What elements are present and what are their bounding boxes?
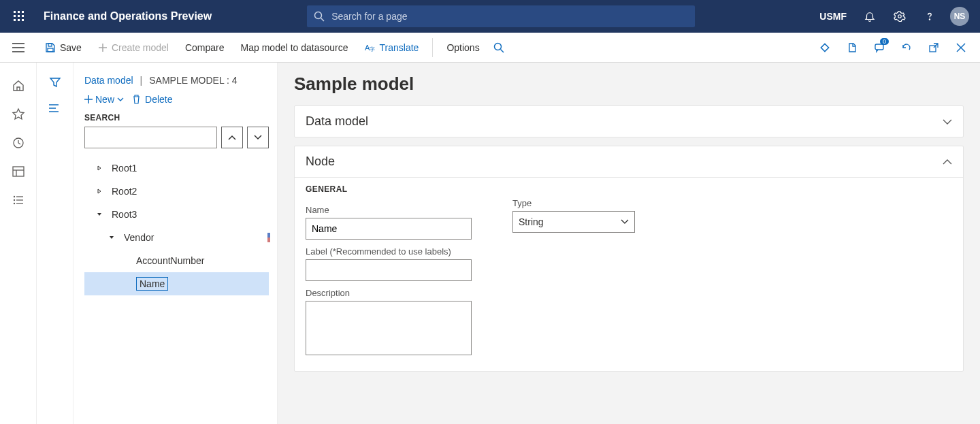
attachments-button[interactable] bbox=[841, 37, 863, 59]
delete-button[interactable]: Delete bbox=[132, 94, 172, 105]
legal-entity[interactable]: USMF bbox=[819, 11, 847, 22]
tree-node[interactable]: Root3 bbox=[84, 203, 269, 226]
svg-text:字: 字 bbox=[370, 46, 375, 52]
new-button[interactable]: New bbox=[84, 94, 124, 105]
compare-button[interactable]: Compare bbox=[177, 33, 233, 62]
chevron-up-icon bbox=[943, 159, 952, 165]
tree-node[interactable]: Root2 bbox=[84, 180, 269, 203]
options-label: Options bbox=[446, 42, 479, 53]
help-icon[interactable] bbox=[916, 3, 943, 30]
breadcrumb-root[interactable]: Data model bbox=[84, 75, 133, 86]
page-title: Sample model bbox=[294, 74, 964, 95]
svg-rect-1 bbox=[18, 11, 20, 13]
save-icon bbox=[45, 42, 56, 53]
chevron-up-icon bbox=[228, 135, 236, 140]
list-toggle-icon[interactable] bbox=[49, 103, 61, 113]
create-model-label: Create model bbox=[112, 42, 169, 53]
workspaces-icon[interactable] bbox=[12, 165, 25, 178]
change-indicator bbox=[267, 233, 270, 242]
type-label: Type bbox=[512, 198, 635, 208]
svg-rect-8 bbox=[22, 19, 24, 21]
popout-button[interactable] bbox=[923, 37, 945, 59]
tree-node-label: AccountNumber bbox=[136, 255, 204, 266]
compare-label: Compare bbox=[185, 42, 225, 53]
label-field[interactable] bbox=[306, 259, 472, 281]
caret-down-icon[interactable] bbox=[94, 212, 105, 217]
svg-point-9 bbox=[315, 12, 322, 19]
description-label: Description bbox=[306, 288, 472, 298]
tree-search-input[interactable] bbox=[84, 127, 217, 148]
translate-button[interactable]: A字 Translate bbox=[357, 33, 427, 62]
caret-placeholder bbox=[118, 278, 129, 289]
type-select[interactable]: String bbox=[512, 211, 635, 233]
nav-toggle-icon[interactable] bbox=[0, 33, 37, 62]
tree-node[interactable]: Vendor bbox=[84, 226, 269, 249]
tree-node[interactable]: AccountNumber bbox=[84, 249, 269, 272]
card-node-title: Node bbox=[306, 154, 335, 169]
tree-node[interactable]: Root1 bbox=[84, 157, 269, 180]
search-icon bbox=[314, 11, 325, 22]
close-button[interactable] bbox=[950, 37, 972, 59]
search-next-button[interactable] bbox=[247, 127, 269, 148]
waffle-icon[interactable] bbox=[7, 4, 31, 29]
options-button[interactable]: Options bbox=[438, 33, 487, 62]
caret-right-icon[interactable] bbox=[94, 165, 105, 171]
chevron-down-icon bbox=[943, 119, 952, 125]
home-icon[interactable] bbox=[12, 79, 25, 93]
section-general: GENERAL bbox=[306, 184, 952, 194]
messages-badge: 0 bbox=[880, 38, 889, 45]
svg-rect-3 bbox=[14, 15, 16, 17]
type-value: String bbox=[519, 216, 544, 227]
svg-line-23 bbox=[500, 49, 504, 52]
map-model-label: Map model to datasource bbox=[241, 42, 348, 53]
diamond-button[interactable] bbox=[814, 37, 836, 59]
svg-rect-7 bbox=[18, 19, 20, 21]
messages-button[interactable]: 0 bbox=[868, 37, 890, 59]
delete-label: Delete bbox=[145, 94, 172, 105]
save-button[interactable]: Save bbox=[37, 33, 90, 62]
svg-point-12 bbox=[929, 19, 930, 20]
plus-icon bbox=[98, 43, 108, 52]
filter-icon[interactable] bbox=[49, 76, 61, 88]
translate-label: Translate bbox=[380, 42, 419, 53]
global-search-input[interactable] bbox=[331, 11, 688, 22]
settings-icon[interactable] bbox=[886, 3, 913, 30]
refresh-button[interactable] bbox=[896, 37, 917, 59]
svg-rect-0 bbox=[14, 11, 16, 13]
breadcrumb-current: SAMPLE MODEL : 4 bbox=[149, 75, 237, 86]
modules-icon[interactable] bbox=[12, 193, 25, 207]
search-prev-button[interactable] bbox=[221, 127, 243, 148]
label-label: Label (*Recommended to use labels) bbox=[306, 246, 472, 257]
favorites-icon[interactable] bbox=[12, 108, 25, 121]
tree-node[interactable]: Name bbox=[84, 272, 269, 295]
description-field[interactable] bbox=[306, 301, 472, 355]
svg-rect-24 bbox=[821, 44, 828, 51]
svg-rect-5 bbox=[22, 15, 24, 17]
svg-rect-6 bbox=[14, 19, 16, 21]
chevron-down-icon bbox=[621, 219, 629, 225]
card-data-model-title: Data model bbox=[306, 114, 368, 129]
new-label: New bbox=[95, 94, 114, 105]
breadcrumb-sep: | bbox=[140, 75, 143, 86]
caret-placeholder bbox=[118, 255, 129, 266]
card-data-model-header[interactable]: Data model bbox=[295, 106, 963, 137]
avatar-initials: NS bbox=[950, 7, 969, 26]
plus-icon bbox=[84, 95, 93, 103]
notifications-icon[interactable] bbox=[856, 3, 883, 30]
recent-icon[interactable] bbox=[12, 136, 25, 150]
model-tree[interactable]: Root1Root2Root3Vendor AccountNumber Name bbox=[84, 157, 269, 295]
caret-down-icon[interactable] bbox=[106, 235, 117, 240]
global-search[interactable] bbox=[307, 5, 695, 27]
save-label: Save bbox=[60, 42, 82, 53]
map-model-button[interactable]: Map model to datasource bbox=[233, 33, 357, 62]
search-icon bbox=[493, 42, 504, 53]
name-field[interactable] bbox=[306, 218, 472, 240]
svg-line-10 bbox=[321, 18, 325, 22]
find-button[interactable] bbox=[488, 33, 510, 62]
card-node-header[interactable]: Node bbox=[295, 146, 963, 177]
svg-point-22 bbox=[494, 43, 501, 50]
svg-point-35 bbox=[13, 199, 14, 201]
svg-rect-25 bbox=[875, 44, 883, 50]
user-avatar[interactable]: NS bbox=[946, 3, 973, 30]
caret-right-icon[interactable] bbox=[94, 189, 105, 194]
